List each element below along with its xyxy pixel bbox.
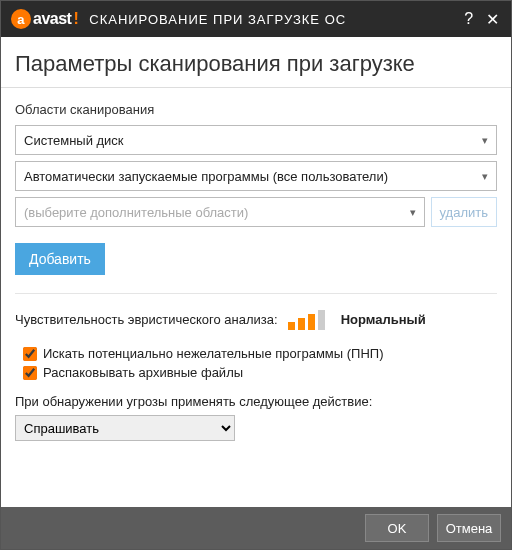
brand-text: avast xyxy=(33,10,71,28)
threat-action-label: При обнаружении угрозы применять следующ… xyxy=(15,394,497,409)
area-select-3-placeholder: (выберите дополнительные области) xyxy=(24,205,248,220)
add-button[interactable]: Добавить xyxy=(15,243,105,275)
area-select-2[interactable]: Автоматически запускаемые программы (все… xyxy=(15,161,497,191)
area-select-1[interactable]: Системный диск ▾ xyxy=(15,125,497,155)
unpack-checkbox[interactable] xyxy=(23,366,37,380)
help-button[interactable]: ? xyxy=(457,7,481,31)
heuristic-level-bars[interactable] xyxy=(288,308,325,330)
heuristic-label: Чувствительность эвристического анализа: xyxy=(15,312,278,327)
titlebar: avast ! СКАНИРОВАНИЕ ПРИ ЗАГРУЗКЕ ОС ? ✕ xyxy=(1,1,511,37)
areas-label: Области сканирования xyxy=(15,102,497,117)
logo-icon xyxy=(11,9,31,29)
ok-button[interactable]: OK xyxy=(365,514,429,542)
footer: OK Отмена xyxy=(1,507,511,549)
chevron-down-icon: ▾ xyxy=(482,170,488,183)
bar-2 xyxy=(298,318,305,330)
bar-4 xyxy=(318,310,325,330)
window-title: СКАНИРОВАНИЕ ПРИ ЗАГРУЗКЕ ОС xyxy=(89,12,457,27)
delete-button[interactable]: удалить xyxy=(431,197,497,227)
heuristic-row: Чувствительность эвристического анализа:… xyxy=(15,308,497,330)
area-select-1-value: Системный диск xyxy=(24,133,124,148)
content: Области сканирования Системный диск ▾ Ав… xyxy=(1,88,511,507)
pup-checkbox-row[interactable]: Искать потенциально нежелательные програ… xyxy=(23,346,497,361)
dialog-window: avast ! СКАНИРОВАНИЕ ПРИ ЗАГРУЗКЕ ОС ? ✕… xyxy=(0,0,512,550)
unpack-checkbox-label: Распаковывать архивные файлы xyxy=(43,365,243,380)
threat-action-select[interactable]: Спрашивать xyxy=(15,415,235,441)
pup-checkbox-label: Искать потенциально нежелательные програ… xyxy=(43,346,384,361)
bar-3 xyxy=(308,314,315,330)
close-button[interactable]: ✕ xyxy=(481,7,505,31)
page-title: Параметры сканирования при загрузке xyxy=(15,51,497,77)
area-select-3[interactable]: (выберите дополнительные области) ▾ xyxy=(15,197,425,227)
unpack-checkbox-row[interactable]: Распаковывать архивные файлы xyxy=(23,365,497,380)
header: Параметры сканирования при загрузке xyxy=(1,37,511,88)
bar-1 xyxy=(288,322,295,330)
cancel-button[interactable]: Отмена xyxy=(437,514,501,542)
divider xyxy=(15,293,497,294)
pup-checkbox[interactable] xyxy=(23,347,37,361)
chevron-down-icon: ▾ xyxy=(410,206,416,219)
brand-logo: avast ! xyxy=(11,9,79,29)
chevron-down-icon: ▾ xyxy=(482,134,488,147)
area-select-2-value: Автоматически запускаемые программы (все… xyxy=(24,169,388,184)
brand-exclaim: ! xyxy=(73,10,79,28)
heuristic-level-label: Нормальный xyxy=(341,312,426,327)
